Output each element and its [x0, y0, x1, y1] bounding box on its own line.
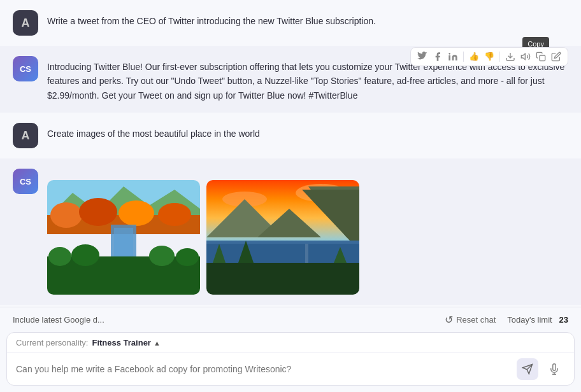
- svg-rect-1: [540, 55, 545, 61]
- message-row-user-1: A Write a tweet from the CEO of Twitter …: [0, 0, 581, 46]
- ai-avatar-1: CS: [13, 56, 38, 81]
- message-images-content: 🤖 General AI ✓ 📐 Math Teacher 👤 Intervie…: [47, 169, 568, 295]
- message-row-user-2: A Create images of the most beautiful pl…: [0, 113, 581, 158]
- edit-icon[interactable]: [550, 50, 563, 63]
- today-limit-count: 23: [559, 315, 568, 325]
- today-limit: Today's limit 23: [507, 315, 568, 325]
- twitter-icon[interactable]: [416, 50, 429, 63]
- reset-chat-button[interactable]: ↺ Reset chat: [440, 311, 501, 328]
- svg-point-7: [118, 200, 154, 226]
- thumbs-up-icon[interactable]: 👍: [468, 50, 480, 63]
- chevron-up-icon: ▲: [154, 339, 161, 347]
- linkedin-icon[interactable]: [447, 50, 459, 63]
- reset-label: Reset chat: [456, 315, 496, 325]
- svg-point-14: [149, 246, 175, 266]
- svg-rect-26: [206, 263, 359, 295]
- reset-icon: ↺: [445, 314, 453, 326]
- message-text-1: Write a tweet from the CEO of Twitter in…: [47, 10, 568, 28]
- svg-point-5: [50, 202, 82, 228]
- bottom-bar: Include latest Google d... ↺ Reset chat …: [0, 307, 581, 332]
- copy-icon[interactable]: [534, 50, 547, 63]
- svg-rect-11: [47, 256, 200, 295]
- personality-selector[interactable]: Fitness Trainer ▲: [92, 338, 160, 347]
- toolbar-divider-1: [463, 52, 464, 62]
- svg-point-15: [176, 248, 199, 266]
- svg-rect-25: [305, 244, 308, 266]
- chat-messages: A Write a tweet from the CEO of Twitter …: [0, 0, 581, 307]
- chat-input-container: Current personality: Fitness Trainer ▲: [6, 332, 575, 386]
- ai-avatar-2: CS: [13, 169, 38, 194]
- message-text-2: Copy 👍: [47, 56, 568, 102]
- personality-bar: Current personality: Fitness Trainer ▲: [7, 333, 574, 353]
- message-toolbar: 👍 👎: [410, 47, 568, 66]
- svg-point-8: [158, 203, 191, 226]
- chat-container: A Write a tweet from the CEO of Twitter …: [0, 0, 581, 392]
- user-avatar-1: A: [13, 10, 38, 36]
- facebook-icon[interactable]: [431, 50, 444, 63]
- message-text-3: Create images of the most beautiful plac…: [47, 123, 568, 141]
- message-input[interactable]: [16, 364, 512, 374]
- bottom-bar-text: Include latest Google d...: [13, 315, 433, 325]
- today-limit-label: Today's limit: [507, 315, 552, 325]
- nature-image-2: [206, 180, 359, 295]
- download-icon[interactable]: [504, 50, 517, 63]
- images-row: [47, 180, 568, 295]
- send-button[interactable]: [517, 358, 538, 380]
- svg-point-6: [79, 198, 117, 226]
- input-row: [7, 353, 574, 385]
- svg-marker-0: [521, 53, 525, 59]
- personality-label: Current personality:: [16, 338, 88, 347]
- message-row-ai-1: CS Copy: [0, 46, 581, 113]
- user-avatar-2: A: [13, 123, 38, 148]
- message-row-ai-2: CS: [0, 158, 581, 305]
- volume-icon[interactable]: [519, 50, 532, 63]
- toolbar-divider-2: [499, 52, 500, 62]
- personality-value-text: Fitness Trainer: [92, 338, 150, 347]
- svg-point-13: [71, 244, 99, 266]
- svg-point-12: [48, 247, 71, 266]
- thumbs-down-icon[interactable]: 👎: [483, 50, 496, 63]
- mic-button[interactable]: [543, 358, 565, 380]
- nature-image-1: [47, 180, 200, 295]
